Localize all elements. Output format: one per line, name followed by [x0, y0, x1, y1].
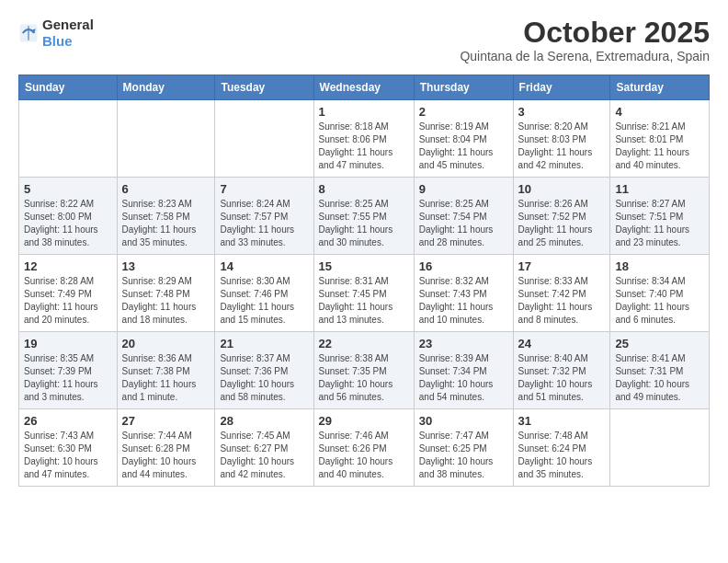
day-info: Sunrise: 8:29 AMSunset: 7:48 PMDaylight:…	[122, 275, 210, 327]
calendar-row: 19Sunrise: 8:35 AMSunset: 7:39 PMDayligh…	[19, 332, 710, 409]
day-number: 1	[319, 105, 409, 119]
day-info: Sunrise: 8:28 AMSunset: 7:49 PMDaylight:…	[24, 275, 112, 327]
calendar-cell	[610, 409, 710, 487]
day-info: Sunrise: 7:48 AMSunset: 6:24 PMDaylight:…	[518, 430, 606, 481]
calendar-cell	[215, 100, 313, 178]
day-number: 5	[24, 182, 112, 196]
page: General Blue October 2025 Quintana de la…	[0, 0, 728, 503]
weekday-header: Tuesday	[215, 75, 313, 100]
day-number: 22	[319, 337, 409, 350]
day-number: 28	[220, 414, 308, 428]
calendar-cell: 17Sunrise: 8:33 AMSunset: 7:42 PMDayligh…	[513, 255, 610, 332]
logo-text: General Blue	[42, 17, 94, 50]
calendar-cell: 16Sunrise: 8:32 AMSunset: 7:43 PMDayligh…	[414, 255, 513, 332]
calendar-cell: 3Sunrise: 8:20 AMSunset: 8:03 PMDaylight…	[513, 100, 610, 178]
calendar-cell: 8Sunrise: 8:25 AMSunset: 7:55 PMDaylight…	[313, 178, 414, 255]
logo-general: General	[42, 17, 94, 32]
day-number: 17	[518, 259, 606, 273]
calendar-row: 12Sunrise: 8:28 AMSunset: 7:49 PMDayligh…	[19, 255, 710, 332]
calendar-cell: 15Sunrise: 8:31 AMSunset: 7:45 PMDayligh…	[313, 255, 414, 332]
calendar-cell: 28Sunrise: 7:45 AMSunset: 6:27 PMDayligh…	[215, 409, 313, 487]
day-info: Sunrise: 8:32 AMSunset: 7:43 PMDaylight:…	[419, 275, 508, 327]
day-number: 8	[319, 182, 409, 196]
day-info: Sunrise: 8:40 AMSunset: 7:32 PMDaylight:…	[518, 352, 606, 404]
day-info: Sunrise: 8:21 AMSunset: 8:01 PMDaylight:…	[615, 121, 704, 172]
day-info: Sunrise: 8:30 AMSunset: 7:46 PMDaylight:…	[220, 275, 308, 327]
calendar-cell: 23Sunrise: 8:39 AMSunset: 7:34 PMDayligh…	[414, 332, 513, 409]
day-info: Sunrise: 8:41 AMSunset: 7:31 PMDaylight:…	[615, 352, 704, 404]
calendar-cell: 11Sunrise: 8:27 AMSunset: 7:51 PMDayligh…	[610, 178, 710, 255]
calendar-row: 26Sunrise: 7:43 AMSunset: 6:30 PMDayligh…	[19, 409, 710, 487]
calendar-cell: 21Sunrise: 8:37 AMSunset: 7:36 PMDayligh…	[215, 332, 313, 409]
weekday-header: Saturday	[610, 75, 710, 100]
calendar-cell: 20Sunrise: 8:36 AMSunset: 7:38 PMDayligh…	[117, 332, 215, 409]
calendar-cell: 1Sunrise: 8:18 AMSunset: 8:06 PMDaylight…	[313, 100, 414, 178]
day-info: Sunrise: 8:38 AMSunset: 7:35 PMDaylight:…	[319, 352, 409, 404]
day-info: Sunrise: 8:26 AMSunset: 7:52 PMDaylight:…	[518, 198, 606, 249]
calendar-cell: 9Sunrise: 8:25 AMSunset: 7:54 PMDaylight…	[414, 178, 513, 255]
calendar-cell: 31Sunrise: 7:48 AMSunset: 6:24 PMDayligh…	[513, 409, 610, 487]
calendar-cell: 22Sunrise: 8:38 AMSunset: 7:35 PMDayligh…	[313, 332, 414, 409]
weekday-header: Wednesday	[313, 75, 414, 100]
day-number: 13	[122, 259, 210, 273]
day-info: Sunrise: 7:47 AMSunset: 6:25 PMDaylight:…	[419, 430, 508, 481]
day-info: Sunrise: 8:23 AMSunset: 7:58 PMDaylight:…	[122, 198, 210, 249]
day-info: Sunrise: 8:37 AMSunset: 7:36 PMDaylight:…	[220, 352, 308, 404]
weekday-header: Thursday	[414, 75, 513, 100]
day-info: Sunrise: 8:36 AMSunset: 7:38 PMDaylight:…	[122, 352, 210, 404]
day-info: Sunrise: 8:27 AMSunset: 7:51 PMDaylight:…	[615, 198, 704, 249]
day-info: Sunrise: 7:44 AMSunset: 6:28 PMDaylight:…	[122, 430, 210, 481]
day-number: 24	[518, 337, 606, 350]
calendar-cell: 26Sunrise: 7:43 AMSunset: 6:30 PMDayligh…	[19, 409, 118, 487]
day-info: Sunrise: 8:20 AMSunset: 8:03 PMDaylight:…	[518, 121, 606, 172]
day-number: 14	[220, 259, 308, 273]
day-number: 12	[24, 259, 112, 273]
header-row: SundayMondayTuesdayWednesdayThursdayFrid…	[19, 75, 710, 100]
day-number: 25	[615, 337, 704, 350]
calendar-cell: 18Sunrise: 8:34 AMSunset: 7:40 PMDayligh…	[610, 255, 710, 332]
calendar-cell: 19Sunrise: 8:35 AMSunset: 7:39 PMDayligh…	[19, 332, 118, 409]
logo-blue: Blue	[42, 33, 73, 49]
day-number: 26	[24, 414, 112, 428]
day-number: 11	[615, 182, 704, 196]
calendar-cell	[19, 100, 118, 178]
calendar-cell: 6Sunrise: 8:23 AMSunset: 7:58 PMDaylight…	[117, 178, 215, 255]
day-number: 18	[615, 259, 704, 273]
calendar-cell: 5Sunrise: 8:22 AMSunset: 8:00 PMDaylight…	[19, 178, 118, 255]
day-number: 29	[319, 414, 409, 428]
day-number: 2	[419, 105, 508, 119]
day-number: 10	[518, 182, 606, 196]
day-info: Sunrise: 7:43 AMSunset: 6:30 PMDaylight:…	[24, 430, 112, 481]
day-info: Sunrise: 7:46 AMSunset: 6:26 PMDaylight:…	[319, 430, 409, 481]
calendar-cell: 7Sunrise: 8:24 AMSunset: 7:57 PMDaylight…	[215, 178, 313, 255]
day-number: 16	[419, 259, 508, 273]
day-info: Sunrise: 8:39 AMSunset: 7:34 PMDaylight:…	[419, 352, 508, 404]
day-info: Sunrise: 8:22 AMSunset: 8:00 PMDaylight:…	[24, 198, 112, 249]
day-number: 31	[518, 414, 606, 428]
day-number: 15	[319, 259, 409, 273]
calendar-row: 1Sunrise: 8:18 AMSunset: 8:06 PMDaylight…	[19, 100, 710, 178]
day-number: 7	[220, 182, 308, 196]
weekday-header: Monday	[117, 75, 215, 100]
calendar-cell: 24Sunrise: 8:40 AMSunset: 7:32 PMDayligh…	[513, 332, 610, 409]
day-info: Sunrise: 8:18 AMSunset: 8:06 PMDaylight:…	[319, 121, 409, 172]
day-info: Sunrise: 8:34 AMSunset: 7:40 PMDaylight:…	[615, 275, 704, 327]
day-number: 23	[419, 337, 508, 350]
calendar-cell	[117, 100, 215, 178]
day-number: 6	[122, 182, 210, 196]
calendar: SundayMondayTuesdayWednesdayThursdayFrid…	[18, 75, 710, 487]
day-number: 9	[419, 182, 508, 196]
day-number: 4	[615, 105, 704, 119]
calendar-cell: 2Sunrise: 8:19 AMSunset: 8:04 PMDaylight…	[414, 100, 513, 178]
calendar-cell: 29Sunrise: 7:46 AMSunset: 6:26 PMDayligh…	[313, 409, 414, 487]
calendar-cell: 4Sunrise: 8:21 AMSunset: 8:01 PMDaylight…	[610, 100, 710, 178]
day-number: 30	[419, 414, 508, 428]
day-number: 3	[518, 105, 606, 119]
calendar-cell: 12Sunrise: 8:28 AMSunset: 7:49 PMDayligh…	[19, 255, 118, 332]
day-info: Sunrise: 8:31 AMSunset: 7:45 PMDaylight:…	[319, 275, 409, 327]
calendar-cell: 25Sunrise: 8:41 AMSunset: 7:31 PMDayligh…	[610, 332, 710, 409]
day-info: Sunrise: 8:33 AMSunset: 7:42 PMDaylight:…	[518, 275, 606, 327]
calendar-cell: 30Sunrise: 7:47 AMSunset: 6:25 PMDayligh…	[414, 409, 513, 487]
subtitle: Quintana de la Serena, Extremadura, Spai…	[460, 49, 710, 63]
calendar-cell: 13Sunrise: 8:29 AMSunset: 7:48 PMDayligh…	[117, 255, 215, 332]
